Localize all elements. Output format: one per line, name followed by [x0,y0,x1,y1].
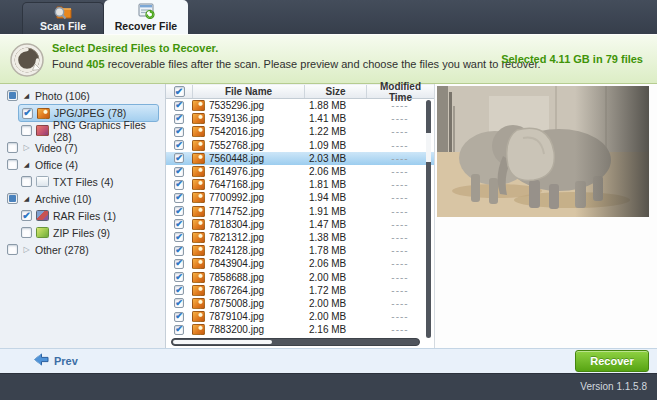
table-row-7883200-jpg[interactable]: ✔7883200.jpg2.16 MB---- [166,323,434,336]
row-checkbox[interactable]: ✔ [174,140,184,150]
file-table: ✔ File Name Size Modified Time ✔7535296.… [166,84,434,348]
tree-item-office-4[interactable]: ◢Office (4) [4,156,159,173]
tree-checkbox[interactable] [7,90,18,101]
tree-item-rar-files-1[interactable]: ✔RAR Files (1) [18,207,159,224]
row-checkbox[interactable]: ✔ [174,101,184,111]
table-row-7824128-jpg[interactable]: ✔7824128.jpg1.78 MB---- [166,244,434,257]
row-checkbox[interactable]: ✔ [174,272,184,282]
tree-checkbox[interactable] [7,142,18,153]
file-name: 7879104.jpg [209,311,264,322]
tree-checkbox[interactable] [21,227,32,238]
prev-button[interactable]: Prev [33,353,78,368]
column-header-modified-time[interactable]: Modified Time [366,85,434,98]
file-size: 1.38 MB [304,232,366,243]
horizontal-scrollbar-thumb[interactable] [173,340,272,344]
tab-scan-file[interactable]: Scan File [22,2,104,34]
recover-button[interactable]: Recover [575,350,649,372]
table-row-7542016-jpg[interactable]: ✔7542016.jpg1.22 MB---- [166,125,434,138]
table-row-7867264-jpg[interactable]: ✔7867264.jpg1.72 MB---- [166,284,434,297]
select-all-checkbox[interactable]: ✔ [174,86,185,97]
table-row-7560448-jpg[interactable]: ✔7560448.jpg2.03 MB---- [166,152,434,165]
table-row-7647168-jpg[interactable]: ✔7647168.jpg1.81 MB---- [166,178,434,191]
tree-item-other-278[interactable]: ▷Other (278) [4,241,159,258]
jpg-file-icon [192,179,205,190]
table-row-7843904-jpg[interactable]: ✔7843904.jpg2.06 MB---- [166,257,434,270]
file-name: 7714752.jpg [209,206,264,217]
row-checkbox-cell: ✔ [166,312,192,322]
column-header-size[interactable]: Size [304,85,366,98]
preview-image [437,86,649,217]
horizontal-scrollbar[interactable] [171,338,420,346]
txt-file-icon [36,176,49,187]
modified-time: ---- [366,113,434,124]
tree-checkbox[interactable] [21,125,32,136]
collapse-icon[interactable]: ◢ [22,195,31,203]
table-row-7552768-jpg[interactable]: ✔7552768.jpg1.09 MB---- [166,139,434,152]
tree-checkbox[interactable] [7,244,18,255]
table-row-7700992-jpg[interactable]: ✔7700992.jpg1.94 MB---- [166,191,434,204]
table-row-7858688-jpg[interactable]: ✔7858688.jpg2.00 MB---- [166,270,434,283]
info-title: Select Desired Files to Recover. [52,42,541,54]
tree-item-zip-files-9[interactable]: ZIP Files (9) [18,224,159,241]
row-checkbox[interactable]: ✔ [174,153,184,163]
tree-checkbox[interactable] [7,193,18,204]
row-checkbox[interactable]: ✔ [174,206,184,216]
table-row-7875008-jpg[interactable]: ✔7875008.jpg2.00 MB---- [166,297,434,310]
recover-file-icon [136,3,156,20]
tree-item-txt-files-4[interactable]: TXT Files (4) [18,173,159,190]
modified-time: ---- [366,126,434,137]
tab-recover-file[interactable]: Recover File [104,0,188,34]
collapse-icon[interactable]: ◢ [22,161,31,169]
row-checkbox[interactable]: ✔ [174,312,184,322]
row-checkbox[interactable]: ✔ [174,232,184,242]
table-row-7714752-jpg[interactable]: ✔7714752.jpg1.91 MB---- [166,205,434,218]
row-checkbox[interactable]: ✔ [174,219,184,229]
table-row-7614976-jpg[interactable]: ✔7614976.jpg2.06 MB---- [166,165,434,178]
file-name-cell: 7539136.jpg [192,113,304,124]
table-row-7821312-jpg[interactable]: ✔7821312.jpg1.38 MB---- [166,231,434,244]
table-row-7879104-jpg[interactable]: ✔7879104.jpg2.00 MB---- [166,310,434,323]
file-name-cell: 7879104.jpg [192,311,304,322]
column-header-file-name[interactable]: File Name [192,85,304,98]
expand-icon[interactable]: ▷ [22,245,31,254]
row-checkbox[interactable]: ✔ [174,325,184,335]
modified-time: ---- [366,245,434,256]
file-size: 2.03 MB [304,153,366,164]
vertical-scrollbar-thumb[interactable] [426,133,431,162]
table-row-7539136-jpg[interactable]: ✔7539136.jpg1.41 MB---- [166,112,434,125]
jpg-file-icon [192,100,205,111]
row-checkbox[interactable]: ✔ [174,259,184,269]
collapse-icon[interactable]: ◢ [22,92,31,100]
vertical-scrollbar[interactable] [426,100,431,338]
tree-item-label: Photo (106) [35,90,90,102]
row-checkbox[interactable]: ✔ [174,180,184,190]
tree-item-png-graphics-files-28[interactable]: PNG Graphics Files (28) [18,122,159,139]
table-row-7818304-jpg[interactable]: ✔7818304.jpg1.47 MB---- [166,218,434,231]
row-checkbox-cell: ✔ [166,272,192,282]
file-name-cell: 7714752.jpg [192,206,304,217]
row-checkbox[interactable]: ✔ [174,298,184,308]
modified-time: ---- [366,206,434,217]
row-checkbox[interactable]: ✔ [174,285,184,295]
tree-checkbox[interactable] [21,176,32,187]
tree-item-archive-10[interactable]: ◢Archive (10) [4,190,159,207]
file-name: 7542016.jpg [209,126,264,137]
tree-item-photo-106[interactable]: ◢Photo (106) [4,87,159,104]
file-size: 1.72 MB [304,285,366,296]
table-row-7535296-jpg[interactable]: ✔7535296.jpg1.88 MB---- [166,99,434,112]
row-checkbox[interactable]: ✔ [174,246,184,256]
row-checkbox[interactable]: ✔ [174,193,184,203]
expand-icon[interactable]: ▷ [22,143,31,152]
file-name: 7875008.jpg [209,298,264,309]
tree-checkbox[interactable]: ✔ [22,108,33,119]
tree-checkbox[interactable] [7,159,18,170]
modified-time: ---- [366,258,434,269]
jpg-file-icon [37,108,50,119]
row-checkbox[interactable]: ✔ [174,167,184,177]
tree-checkbox[interactable]: ✔ [21,210,32,221]
row-checkbox-cell: ✔ [166,325,192,335]
file-name: 7535296.jpg [209,100,264,111]
row-checkbox[interactable]: ✔ [174,127,184,137]
row-checkbox[interactable]: ✔ [174,114,184,124]
jpg-file-icon [192,324,205,335]
